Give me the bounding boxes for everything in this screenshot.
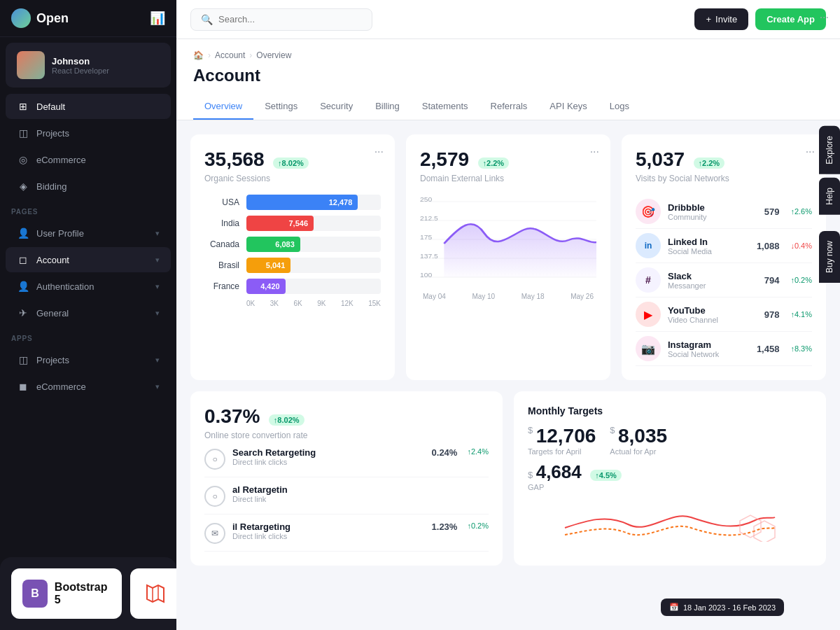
organic-badge: ↑8.02% [273, 158, 309, 169]
conv-label: Online store convertion rate [204, 430, 489, 440]
sidebar-item-projects[interactable]: ◫ Projects [6, 120, 171, 146]
search-icon: 🔍 [201, 14, 213, 25]
social-list: 🎯 Dribbble Community 579 ↑2.6% in Linked… [636, 195, 812, 366]
domain-label: Domain External Links [420, 174, 596, 183]
sidebar-item-default[interactable]: ⊞ Default [6, 94, 171, 119]
tab-settings[interactable]: Settings [253, 94, 309, 120]
tab-api-keys[interactable]: API Keys [538, 94, 598, 120]
circle-icon: ○ [204, 486, 225, 507]
sidebar-item-account[interactable]: ◻ Account ▾ [6, 247, 171, 272]
bootstrap-card[interactable]: B Bootstrap 5 [11, 568, 122, 619]
more-icon[interactable]: ··· [374, 146, 384, 158]
create-app-button[interactable]: Create App [755, 8, 826, 30]
sidebar-item-label: Projects [36, 128, 69, 139]
gap-value: 4,684 [536, 461, 582, 482]
user-name: Johnson [52, 56, 109, 66]
mini-chart [528, 500, 812, 545]
sidebar-item-user-profile[interactable]: 👤 User Profile ▾ [6, 220, 171, 246]
targets-label: Targets for April [528, 447, 596, 456]
general-icon: ✈ [17, 307, 29, 319]
sidebar-item-bidding[interactable]: ◈ Bidding [6, 174, 171, 199]
tab-security[interactable]: Security [309, 94, 364, 120]
pages-section-label: PAGES [0, 200, 176, 220]
tab-billing[interactable]: Billing [364, 94, 411, 120]
sidebar-item-label: Projects [36, 355, 69, 365]
search-input[interactable] [218, 14, 362, 24]
account-icon: ◻ [17, 253, 29, 266]
tab-referrals[interactable]: Referrals [479, 94, 539, 120]
breadcrumb-account[interactable]: Account [215, 50, 245, 60]
more-icon[interactable]: ··· [806, 146, 815, 158]
chart-icon[interactable]: 📊 [150, 10, 165, 26]
social-item-instagram: 📷 Instagram Social Network 1,458 ↑8.3% [636, 332, 812, 366]
home-icon[interactable]: 🏠 [193, 50, 204, 60]
calendar-icon: 📅 [669, 603, 679, 612]
conv-value: 0.37% [204, 405, 260, 427]
tab-overview[interactable]: Overview [193, 94, 253, 120]
svg-marker-10 [740, 515, 761, 538]
dashboard: ··· 35,568 ↑8.02% Organic Sessions USA 1… [176, 120, 840, 630]
gap-section: $ 4,684 ↑4.5% GAP [528, 461, 812, 491]
social-badge: ↑2.2% [694, 158, 725, 169]
tab-statements[interactable]: Statements [411, 94, 479, 120]
buy-now-button[interactable]: Buy now [819, 231, 840, 283]
apps-section-label: APPS [0, 326, 176, 346]
sidebar-item-general[interactable]: ✈ General ▾ [6, 300, 171, 326]
tabs: Overview Settings Security Billing State… [193, 94, 823, 120]
domain-badge: ↑2.2% [478, 158, 510, 169]
line-chart-labels: May 04May 10May 18May 26 [420, 293, 596, 300]
date-range-text: 18 Jan 2023 - 16 Feb 2023 [683, 603, 776, 612]
organic-value: 35,568 [204, 148, 265, 170]
retarget-item-1: ○ al Retargetin Direct link [204, 477, 489, 514]
social-label: Visits by Social Networks [636, 174, 812, 183]
bidding-icon: ◈ [17, 180, 29, 192]
chevron-down-icon: ▾ [155, 282, 160, 291]
sidebar-item-label: Authentication [36, 281, 94, 292]
sidebar-item-label: User Profile [36, 228, 84, 239]
more-icon[interactable]: ··· [590, 146, 599, 158]
sidebar-item-apps-projects[interactable]: ◫ Projects ▾ [6, 347, 171, 372]
page-header: 🏠 › Account › Overview Account Overview … [176, 39, 840, 120]
topbar: 🔍 + Invite Create App [176, 0, 840, 39]
sidebar-item-apps-ecommerce[interactable]: ◼ eCommerce ▾ [6, 374, 171, 399]
retarget-item-0: ○ Search Retargeting Direct link clicks … [204, 440, 489, 477]
envelope-icon: ✉ [204, 523, 225, 544]
chevron-down-icon: ▾ [155, 382, 160, 391]
linkedin-icon: in [636, 233, 661, 258]
date-range-badge[interactable]: 📅 18 Jan 2023 - 16 Feb 2023 [661, 598, 784, 616]
conversion-card: ··· 0.37% ↑8.02% Online store convertion… [190, 391, 503, 566]
social-item-linkedin: in Linked In Social Media 1,088 ↓0.4% [636, 229, 812, 263]
main-content: 🔍 + Invite Create App 🏠 › Account › Over… [176, 0, 840, 630]
sidebar-item-authentication[interactable]: 👤 Authentication ▾ [6, 274, 171, 299]
laravel-card[interactable]: Laravel [130, 568, 176, 619]
sidebar-item-label: eCommerce [36, 382, 86, 392]
social-visits-card: ··· 5,037 ↑2.2% Visits by Social Network… [622, 134, 826, 380]
sidebar-item-label: Bidding [36, 181, 66, 192]
bar-row-brasil: Brasil 5,041 [204, 258, 381, 273]
social-value: 5,037 [636, 148, 685, 170]
svg-text:212.5: 212.5 [420, 215, 438, 222]
svg-text:100: 100 [420, 272, 432, 279]
sidebar-item-ecommerce[interactable]: ◎ eCommerce [6, 147, 171, 172]
user-card[interactable]: Johnson React Developer [6, 43, 171, 88]
svg-text:175: 175 [420, 234, 432, 241]
search-box[interactable]: 🔍 [190, 8, 372, 31]
circle-icon: ○ [204, 449, 225, 470]
gap-label: GAP [528, 483, 812, 491]
youtube-icon: ▶ [636, 302, 661, 327]
bar-axis: 0K 3K 6K 9K 12K 15K [204, 300, 381, 307]
svg-text:250: 250 [420, 196, 432, 203]
explore-button[interactable]: Explore [819, 126, 840, 174]
gap-badge: ↑4.5% [590, 470, 622, 481]
apps-projects-icon: ◫ [17, 354, 29, 366]
help-button[interactable]: Help [819, 178, 840, 215]
monthly-values: $ 12,706 Targets for April $ 8,035 Actua… [528, 425, 812, 456]
social-item-youtube: ▶ YouTube Video Channel 978 ↑4.1% [636, 298, 812, 332]
user-icon: 👤 [17, 227, 29, 239]
page-title: Account [193, 66, 823, 85]
avatar [17, 51, 45, 79]
tab-logs[interactable]: Logs [598, 94, 640, 120]
projects-icon: ◫ [17, 127, 29, 139]
invite-button[interactable]: + Invite [694, 8, 748, 30]
sidebar: Open 📊 Johnson React Developer ⊞ Default… [0, 0, 176, 630]
